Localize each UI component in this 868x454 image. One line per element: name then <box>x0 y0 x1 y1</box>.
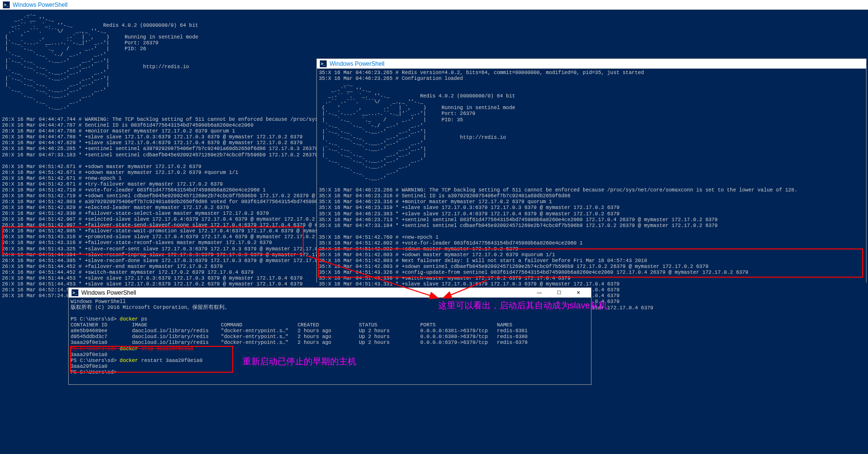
maximize-button[interactable]: ☐ <box>549 288 569 298</box>
powershell-icon: >_ <box>72 289 78 296</box>
minimize-button[interactable]: — <box>530 288 549 298</box>
annotation-text-1: 这里可以看出，启动后其自动成为slave从机 <box>438 300 608 311</box>
titlebar-1[interactable]: >_ Windows PowerShell <box>0 0 868 10</box>
powershell-icon: >_ <box>320 60 327 67</box>
titlebar-3[interactable]: >_ Windows PowerShell — ☐ ✕ <box>69 288 591 298</box>
titlebar-2[interactable]: >_ Windows PowerShell <box>317 59 866 69</box>
window-title-2: Windows PowerShell <box>330 60 385 67</box>
window-title-1: Windows PowerShell <box>13 1 68 8</box>
close-button[interactable]: ✕ <box>569 288 588 298</box>
powershell-window-2: >_ Windows PowerShell 35:X 16 Mar 04:46:… <box>316 58 867 283</box>
terminal-output-2[interactable]: 35:X 16 Mar 04:46:23.265 # Redis version… <box>317 69 866 312</box>
window-title-3: Windows PowerShell <box>81 289 136 296</box>
annotation-text-2: 重新启动已停止的早期的主机 <box>242 356 356 367</box>
powershell-icon: >_ <box>3 1 10 8</box>
